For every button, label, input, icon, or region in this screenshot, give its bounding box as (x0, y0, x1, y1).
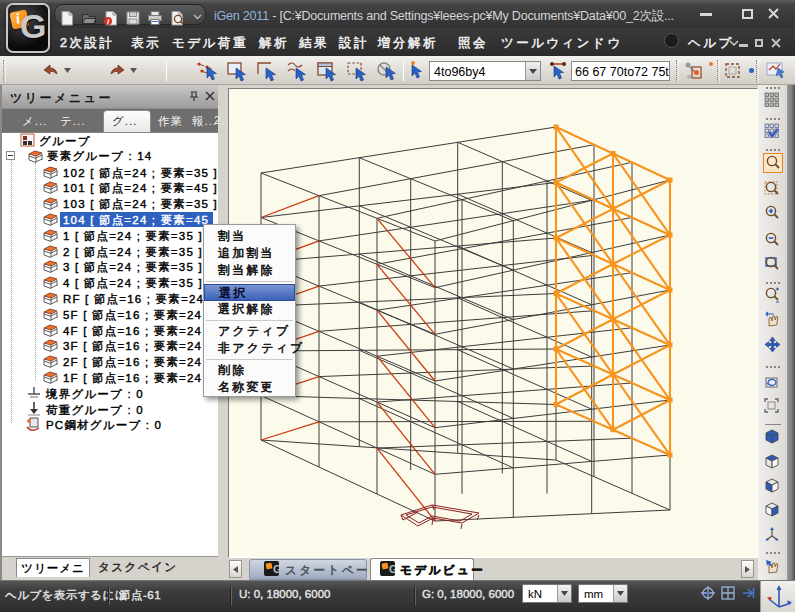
svg-text:G: G (389, 563, 395, 575)
svg-text:G: G (273, 563, 279, 575)
